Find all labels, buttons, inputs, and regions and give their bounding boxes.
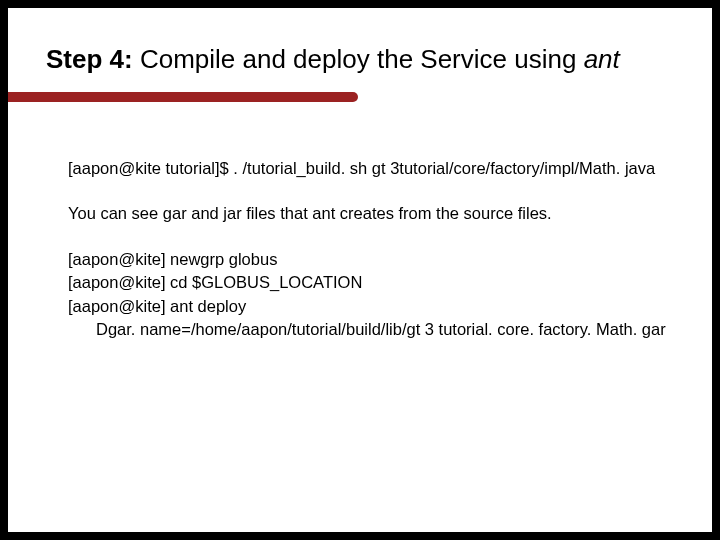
slide-title: Step 4: Compile and deploy the Service u… — [46, 44, 692, 75]
title-italic: ant — [584, 44, 620, 74]
command-block: [aapon@kite] newgrp globus [aapon@kite] … — [68, 249, 682, 341]
divider — [8, 92, 358, 102]
cmd-cd: [aapon@kite] cd $GLOBUS_LOCATION — [68, 272, 682, 293]
slide: Step 4: Compile and deploy the Service u… — [0, 0, 720, 540]
title-step: Step 4: — [46, 44, 133, 74]
cmd-dgar: Dgar. name=/home/aapon/tutorial/build/li… — [68, 319, 682, 340]
cmd-ant-deploy: [aapon@kite] ant deploy — [68, 296, 682, 317]
divider-bar — [8, 92, 358, 102]
command-line-1: [aapon@kite tutorial]$ . /tutorial_build… — [68, 158, 682, 179]
cmd-newgrp: [aapon@kite] newgrp globus — [68, 249, 682, 270]
body-note: You can see gar and jar files that ant c… — [68, 203, 682, 224]
slide-body: [aapon@kite tutorial]$ . /tutorial_build… — [68, 158, 682, 343]
title-text: Compile and deploy the Service using — [133, 44, 584, 74]
